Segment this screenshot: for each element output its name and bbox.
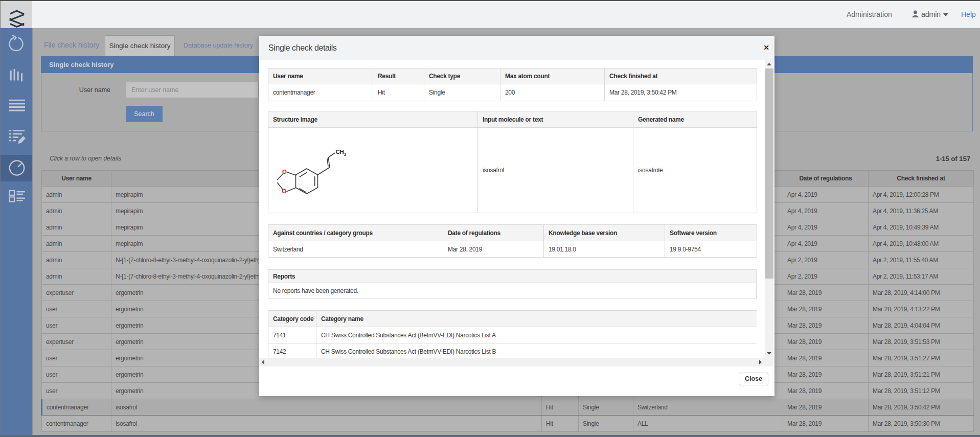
svg-text:O: O [282,188,286,194]
svg-text:3: 3 [344,151,346,156]
svg-text:O: O [282,168,287,174]
svg-text:CH: CH [335,149,344,155]
